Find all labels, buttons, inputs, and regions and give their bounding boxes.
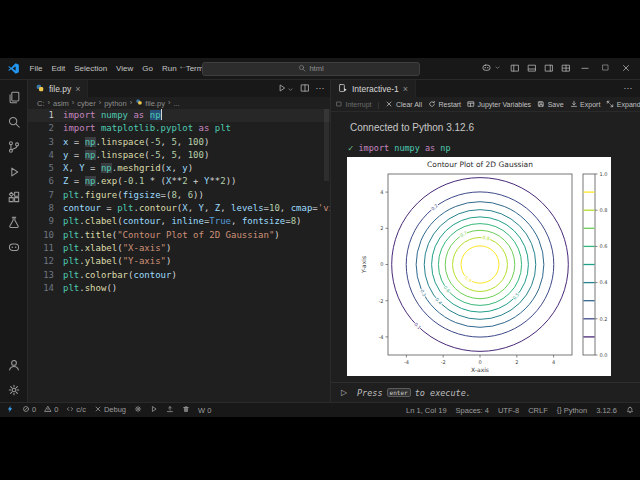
close-x-icon bbox=[385, 100, 393, 108]
breadcrumb-item[interactable]: ... bbox=[173, 99, 179, 108]
code-line-8[interactable]: 8contour = plt.contour(X, Y, Z, levels=1… bbox=[28, 202, 330, 215]
breadcrumb-item[interactable]: C: bbox=[37, 99, 45, 108]
breadcrumb-item[interactable]: cyber bbox=[77, 99, 95, 108]
tab-label: file.py bbox=[49, 84, 71, 94]
run-cell-icon[interactable]: ▷ bbox=[341, 389, 347, 397]
editor-tab-bar: file.py × ⋯ bbox=[28, 80, 330, 97]
code-line-3[interactable]: 3x = np.linspace(-5, 5, 100) bbox=[28, 136, 330, 149]
back-arrow-icon[interactable]: ← bbox=[178, 61, 188, 71]
status-language-mode[interactable]: {}Python bbox=[557, 406, 587, 415]
activity-chat[interactable] bbox=[0, 234, 28, 259]
copilot-button[interactable] bbox=[481, 62, 501, 75]
activity-source-control[interactable] bbox=[0, 134, 28, 159]
run-python-file-button[interactable] bbox=[277, 83, 294, 95]
close-tab-icon[interactable]: × bbox=[75, 84, 80, 94]
text-cursor bbox=[161, 109, 162, 120]
gear-icon bbox=[134, 405, 142, 413]
code-line-14[interactable]: 14plt.show() bbox=[28, 282, 330, 295]
toolbar-export[interactable]: Export bbox=[570, 100, 601, 108]
code-editor[interactable]: 1import numpy as np2import matplotlib.py… bbox=[28, 109, 330, 402]
code-line-9[interactable]: 9plt.clabel(contour, inline=True, fontsi… bbox=[28, 215, 330, 228]
python-file-icon bbox=[135, 98, 143, 106]
activity-accounts[interactable] bbox=[0, 352, 28, 377]
tab-interactive-1[interactable]: Interactive-1 × bbox=[331, 80, 416, 97]
code-line-4[interactable]: 4y = np.linspace(-5, 5, 100) bbox=[28, 149, 330, 162]
activity-search[interactable] bbox=[0, 109, 28, 134]
status-notifications[interactable] bbox=[626, 406, 634, 414]
maximize-button[interactable] bbox=[601, 63, 610, 74]
status-trash-status[interactable] bbox=[182, 405, 190, 413]
breadcrumb-item[interactable]: file.py bbox=[135, 98, 165, 108]
toolbar-save[interactable]: Save bbox=[537, 100, 563, 108]
status-encoding[interactable]: UTF-8 bbox=[498, 406, 519, 415]
toolbar-clear-all[interactable]: Clear All bbox=[385, 100, 422, 108]
toggle-secondary-sidebar-icon[interactable] bbox=[544, 63, 554, 75]
status-eol[interactable]: CRLF bbox=[528, 406, 548, 415]
status-upload-status[interactable] bbox=[166, 405, 174, 413]
more-actions-icon[interactable]: ⋯ bbox=[316, 84, 325, 93]
toolbar-interrupt[interactable]: Interrupt bbox=[335, 100, 372, 108]
code-line-5[interactable]: 5X, Y = np.meshgrid(x, y) bbox=[28, 162, 330, 175]
code-line-6[interactable]: 6Z = np.exp(-0.1 * (X**2 + Y**2)) bbox=[28, 175, 330, 188]
status-debug-status[interactable]: Debug bbox=[94, 405, 126, 414]
interactive-input-box[interactable]: ▷ Press enter to execute. bbox=[331, 382, 640, 402]
interactive-tab-bar: Interactive-1 × ⋯ bbox=[331, 80, 640, 97]
svg-text:0.4: 0.4 bbox=[600, 279, 608, 285]
more-actions-icon[interactable]: ⋯ bbox=[624, 84, 633, 93]
breadcrumb-item[interactable]: python bbox=[104, 99, 127, 108]
status-warnings[interactable]: 0 bbox=[44, 405, 58, 414]
status-indentation[interactable]: Spaces: 4 bbox=[456, 406, 489, 415]
menu-go[interactable]: Go bbox=[138, 64, 158, 73]
toolbar-expand[interactable]: Expand bbox=[606, 100, 640, 108]
breadcrumb[interactable]: C:›asim›cyber›python› file.py›... bbox=[28, 97, 330, 109]
editor-scrollbar[interactable] bbox=[324, 109, 329, 181]
status-python-version[interactable]: 3.12.6 bbox=[596, 406, 617, 415]
activity-settings[interactable] bbox=[0, 377, 28, 402]
play-icon bbox=[150, 405, 158, 413]
status-cursor-position[interactable]: Ln 1, Col 19 bbox=[406, 406, 446, 415]
activity-extensions[interactable] bbox=[0, 184, 28, 209]
status-extension-status[interactable]: c/c bbox=[66, 405, 86, 414]
code-line-2[interactable]: 2import matplotlib.pyplot as plt bbox=[28, 122, 330, 135]
activity-explorer[interactable] bbox=[0, 84, 28, 109]
status-run-status[interactable] bbox=[150, 405, 158, 413]
toolbar-jupyter-variables[interactable]: Jupyter Variables bbox=[467, 100, 531, 108]
minimize-button[interactable] bbox=[580, 63, 590, 75]
code-line-12[interactable]: 12plt.ylabel("Y-axis") bbox=[28, 255, 330, 268]
code-line-1[interactable]: 1import numpy as np bbox=[28, 109, 330, 122]
code-line-11[interactable]: 11plt.xlabel("X-axis") bbox=[28, 242, 330, 255]
menu-edit[interactable]: Edit bbox=[47, 64, 70, 73]
layout-left-icon bbox=[510, 63, 520, 73]
code-line-13[interactable]: 13plt.colorbar(contour) bbox=[28, 269, 330, 282]
svg-text:4: 4 bbox=[380, 189, 383, 195]
status-errors[interactable]: 0 bbox=[22, 405, 36, 414]
toolbar-divider: | bbox=[378, 101, 380, 108]
menu-file[interactable]: File bbox=[25, 64, 47, 73]
svg-text:1.0: 1.0 bbox=[600, 171, 608, 177]
tab-file-py[interactable]: file.py × bbox=[28, 80, 88, 97]
menu-view[interactable]: View bbox=[112, 64, 138, 73]
line-number: 2 bbox=[28, 122, 54, 135]
code-line-7[interactable]: 7plt.figure(figsize=(8, 6)) bbox=[28, 189, 330, 202]
svg-text:0.0: 0.0 bbox=[600, 352, 608, 358]
command-center-search[interactable]: html bbox=[202, 62, 420, 76]
activity-testing[interactable] bbox=[0, 209, 28, 234]
breadcrumb-item[interactable]: asim bbox=[53, 99, 69, 108]
split-editor-icon[interactable] bbox=[300, 83, 310, 95]
status-misc-status[interactable]: W 0 bbox=[198, 406, 211, 415]
y-axis-label: Y-axis bbox=[360, 256, 367, 274]
toggle-sidebar-icon[interactable] bbox=[510, 63, 520, 75]
line-number: 5 bbox=[28, 162, 54, 175]
close-window-button[interactable] bbox=[621, 63, 631, 75]
close-tab-icon[interactable]: × bbox=[403, 84, 408, 94]
code-line-10[interactable]: 10plt.title("Contour Plot of 2D Gaussian… bbox=[28, 229, 330, 242]
customize-layout-icon[interactable] bbox=[561, 63, 571, 75]
status-gear-status[interactable] bbox=[134, 405, 142, 413]
menu-selection[interactable]: Selection bbox=[70, 64, 112, 73]
activity-run-and-debug[interactable] bbox=[0, 159, 28, 184]
status-remote[interactable] bbox=[6, 405, 14, 413]
table-icon bbox=[467, 100, 475, 108]
toggle-panel-icon[interactable] bbox=[527, 63, 537, 75]
command-center-text: html bbox=[309, 64, 323, 73]
toolbar-restart[interactable]: Restart bbox=[428, 100, 461, 108]
